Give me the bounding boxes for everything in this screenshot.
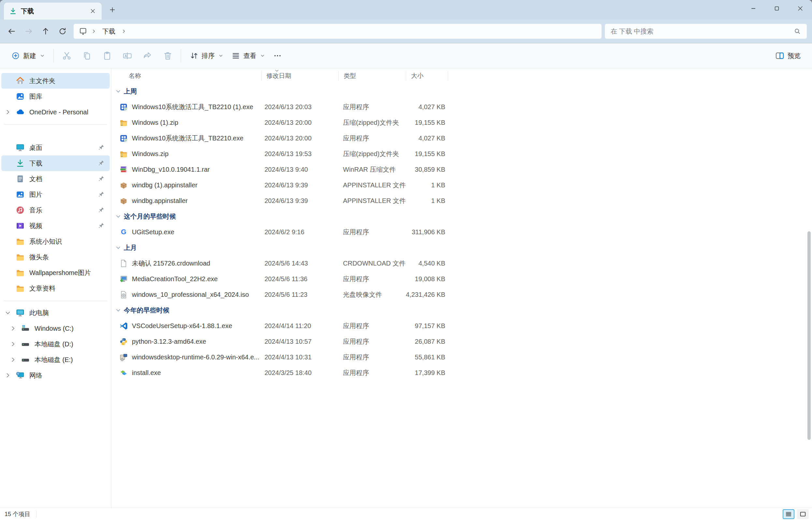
sidebar-item-文章资料[interactable]: 文章资料 bbox=[1, 281, 110, 296]
sidebar-item-下载[interactable]: 下载 bbox=[1, 155, 110, 171]
column-header-name[interactable]: 名称 bbox=[111, 69, 261, 83]
group-collapse-chevron-icon[interactable] bbox=[115, 213, 121, 219]
search-icon[interactable] bbox=[794, 28, 801, 35]
paste-button-disabled[interactable] bbox=[99, 48, 116, 63]
group-header[interactable]: 这个月的早些时候 bbox=[111, 209, 812, 224]
tree-expander-icon[interactable] bbox=[5, 372, 11, 379]
file-row[interactable]: windbg.appinstaller2024/6/13 9:39APPINST… bbox=[111, 193, 812, 209]
svg-text:G: G bbox=[121, 228, 126, 236]
new-button[interactable]: 新建 bbox=[7, 49, 49, 63]
file-row[interactable]: MediaCreationTool_22H2.exe2024/5/6 11:36… bbox=[111, 271, 812, 287]
documents-icon bbox=[16, 174, 25, 183]
file-type: 光盘映像文件 bbox=[339, 290, 406, 299]
file-row[interactable]: windows_10_professional_x64_2024.iso2024… bbox=[111, 287, 812, 302]
tree-expander-icon[interactable] bbox=[10, 325, 16, 332]
music-icon bbox=[16, 206, 25, 215]
file-row[interactable]: Windows10系统激活工具_TB2210 (1).exe2024/6/13 … bbox=[111, 99, 812, 115]
sidebar-item-文档[interactable]: 文档 bbox=[1, 171, 110, 187]
maximize-button[interactable] bbox=[765, 0, 789, 17]
column-header-modified[interactable]: 修改日期 bbox=[261, 69, 339, 83]
minimize-button[interactable] bbox=[742, 0, 765, 17]
details-view-button[interactable] bbox=[783, 509, 794, 519]
sidebar-item-图片[interactable]: 图片 bbox=[1, 187, 110, 202]
zip-icon bbox=[119, 150, 128, 158]
file-size: 311,906 KB bbox=[406, 228, 448, 236]
back-button[interactable] bbox=[3, 23, 20, 39]
sidebar-item-windows-(c:)[interactable]: Windows (C:) bbox=[1, 320, 110, 336]
vertical-scrollbar-thumb[interactable] bbox=[807, 231, 811, 440]
file-type: 应用程序 bbox=[339, 353, 406, 362]
group-header[interactable]: 上周 bbox=[111, 83, 812, 99]
sidebar-item-主文件夹[interactable]: 主文件夹 bbox=[1, 73, 110, 88]
column-resize-handle[interactable] bbox=[261, 71, 262, 81]
rename-button-disabled[interactable] bbox=[119, 48, 136, 63]
file-type: 应用程序 bbox=[339, 321, 406, 330]
sidebar-item-本地磁盘-(d:)[interactable]: 本地磁盘 (D:) bbox=[1, 336, 110, 352]
sidebar-item-桌面[interactable]: 桌面 bbox=[1, 140, 110, 155]
sidebar-item-系统小知识[interactable]: 系统小知识 bbox=[1, 234, 110, 249]
new-tab-button[interactable] bbox=[105, 2, 120, 17]
up-button[interactable] bbox=[37, 23, 54, 39]
file-name: WinDbg_v10.0.19041.1.rar bbox=[132, 166, 210, 173]
tab-downloads[interactable]: 下载 bbox=[4, 3, 102, 20]
delete-button-disabled[interactable] bbox=[159, 48, 176, 63]
pin-icon bbox=[98, 144, 105, 151]
file-row[interactable]: Windows (1).zip2024/6/13 20:00压缩(zipped)… bbox=[111, 115, 812, 130]
file-row[interactable]: python-3.12.3-amd64.exe2024/4/13 10:57应用… bbox=[111, 334, 812, 349]
group-header[interactable]: 上月 bbox=[111, 240, 812, 255]
refresh-button[interactable] bbox=[54, 23, 71, 39]
breadcrumb[interactable]: 下载 bbox=[74, 24, 602, 39]
sort-button[interactable]: 排序 bbox=[186, 49, 227, 63]
windows-drive-icon bbox=[21, 324, 30, 333]
file-row[interactable]: Windows.zip2024/6/13 19:53压缩(zipped)文件夹1… bbox=[111, 146, 812, 162]
column-header-type[interactable]: 类型 bbox=[339, 69, 406, 83]
group-collapse-chevron-icon[interactable] bbox=[115, 245, 121, 251]
tree-expander-icon[interactable] bbox=[5, 109, 11, 115]
sidebar-item-视频[interactable]: 视频 bbox=[1, 218, 110, 234]
column-header-size[interactable]: 大小 bbox=[406, 69, 448, 83]
file-row[interactable]: WinDbg_v10.0.19041.1.rar2024/6/13 9:40Wi… bbox=[111, 162, 812, 177]
large-icons-view-button[interactable] bbox=[797, 509, 809, 519]
close-window-button[interactable] bbox=[789, 0, 812, 17]
breadcrumb-item-downloads[interactable]: 下载 bbox=[100, 26, 117, 36]
view-button[interactable]: 查看 bbox=[227, 49, 269, 63]
cut-button-disabled[interactable] bbox=[58, 48, 75, 63]
forward-button-disabled[interactable] bbox=[20, 23, 37, 39]
sidebar-item-本地磁盘-(e:)[interactable]: 本地磁盘 (E:) bbox=[1, 352, 110, 367]
file-row[interactable]: install.exe2024/3/25 18:40应用程序17,399 KB bbox=[111, 365, 812, 381]
sidebar-item-wallpapershome图片[interactable]: Wallpapershome图片 bbox=[1, 265, 110, 281]
file-name: windowsdesktop-runtime-6.0.29-win-x64.e.… bbox=[132, 354, 259, 361]
sidebar-item-图库[interactable]: 图库 bbox=[1, 88, 110, 104]
group-collapse-chevron-icon[interactable] bbox=[115, 307, 121, 313]
file-name: Windows.zip bbox=[132, 150, 168, 158]
column-resize-handle[interactable] bbox=[339, 71, 339, 81]
file-size: 55,861 KB bbox=[406, 354, 448, 361]
share-button-disabled[interactable] bbox=[139, 48, 156, 63]
copy-button-disabled[interactable] bbox=[79, 48, 96, 63]
preview-toggle-button[interactable]: 预览 bbox=[771, 48, 805, 63]
search-box[interactable]: 在 下载 中搜索 bbox=[605, 24, 807, 39]
file-row[interactable]: Windows10系统激活工具_TB2210.exe2024/6/13 20:0… bbox=[111, 130, 812, 146]
copy-icon bbox=[82, 51, 92, 60]
more-options-button[interactable] bbox=[269, 48, 286, 63]
column-resize-handle[interactable] bbox=[448, 71, 448, 81]
sidebar-item-onedrive---personal[interactable]: OneDrive - Personal bbox=[1, 104, 110, 120]
group-header[interactable]: 今年的早些时候 bbox=[111, 302, 812, 318]
sidebar-item-网络[interactable]: 网络 bbox=[1, 367, 110, 383]
file-row[interactable]: 未确认 215726.crdownload2024/5/6 14:43CRDOW… bbox=[111, 255, 812, 271]
tree-expander-icon[interactable] bbox=[10, 357, 16, 363]
file-row[interactable]: windowsdesktop-runtime-6.0.29-win-x64.e.… bbox=[111, 349, 812, 365]
group-collapse-chevron-icon[interactable] bbox=[115, 88, 121, 94]
tab-close-button[interactable] bbox=[87, 5, 98, 17]
sidebar-item-音乐[interactable]: 音乐 bbox=[1, 202, 110, 218]
file-row[interactable]: GUGitSetup.exe2024/6/2 9:16应用程序311,906 K… bbox=[111, 224, 812, 240]
this-pc-icon[interactable] bbox=[79, 27, 87, 35]
large-icons-view-icon bbox=[799, 511, 807, 518]
file-row[interactable]: VSCodeUserSetup-x64-1.88.1.exe2024/4/14 … bbox=[111, 318, 812, 334]
sidebar-item-微头条[interactable]: 微头条 bbox=[1, 249, 110, 265]
file-row[interactable]: windbg (1).appinstaller2024/6/13 9:39APP… bbox=[111, 177, 812, 193]
tree-expander-icon[interactable] bbox=[5, 310, 11, 316]
sidebar-item-此电脑[interactable]: 此电脑 bbox=[1, 305, 110, 320]
tree-expander-icon[interactable] bbox=[10, 341, 16, 347]
file-size: 4,027 KB bbox=[406, 103, 448, 111]
